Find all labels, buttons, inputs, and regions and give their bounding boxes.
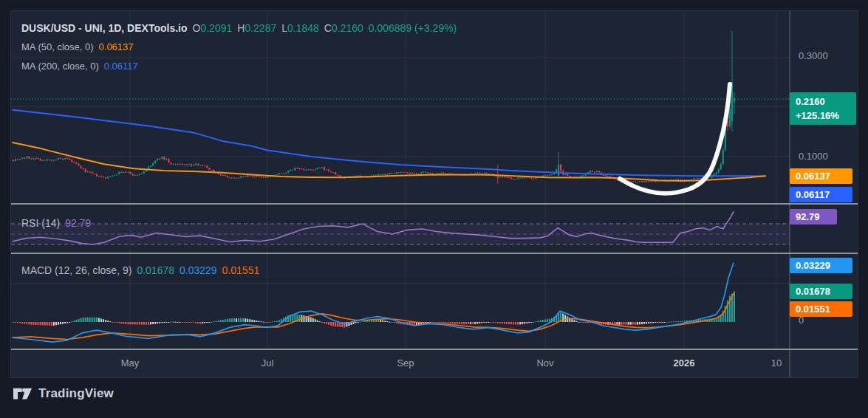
macd-lines	[13, 263, 734, 342]
macd-signal-line	[13, 294, 734, 340]
last-price-change: +125.16%	[796, 109, 856, 123]
tradingview-chart-widget: DUSK/USD - UNI, 1D, DEXTools.io O0.2091 …	[10, 10, 858, 378]
tradingview-attribution[interactable]: TradingView	[13, 386, 114, 401]
candles	[13, 31, 735, 184]
macd-histogram	[13, 291, 735, 327]
ma200-price-badge[interactable]: 0.06117	[790, 187, 852, 202]
tradingview-logo-icon	[13, 387, 33, 401]
ma200-line	[13, 110, 765, 177]
tradingview-logo-text: TradingView	[38, 386, 114, 401]
last-price-value: 0.2160	[796, 95, 856, 109]
last-price-badge[interactable]: 0.2160 +125.16%	[790, 92, 856, 125]
macd-value-badge[interactable]: 0.03229	[790, 258, 852, 273]
swoosh-drawing	[620, 84, 730, 193]
macd-signal-value-badge[interactable]: 0.01551	[790, 301, 852, 317]
ma-overlays	[13, 110, 765, 181]
chart-canvas[interactable]	[11, 11, 858, 377]
macd-line	[13, 263, 734, 342]
macd-hist-value-badge[interactable]: 0.01678	[790, 284, 852, 299]
rsi-value-badge[interactable]: 92.79	[790, 209, 837, 225]
time-axis-strip	[11, 349, 858, 377]
ma50-price-badge[interactable]: 0.06137	[790, 168, 852, 184]
